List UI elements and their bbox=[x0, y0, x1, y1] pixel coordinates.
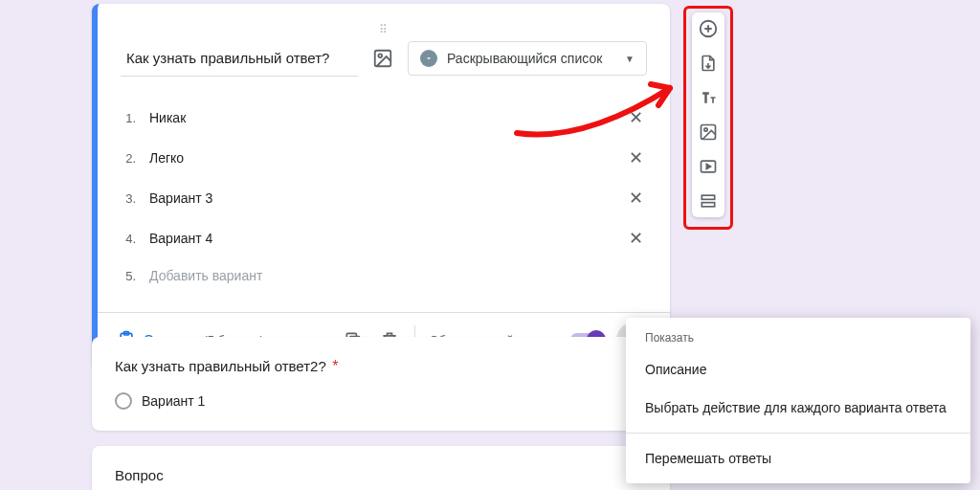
option-text[interactable]: Вариант 3 bbox=[149, 190, 612, 206]
add-image-button[interactable] bbox=[371, 47, 394, 70]
remove-option-button[interactable]: ✕ bbox=[625, 228, 647, 249]
menu-item-go-to-section[interactable]: Выбрать действие для каждого варианта от… bbox=[626, 389, 970, 427]
required-star-icon: * bbox=[332, 358, 338, 374]
remove-option-button[interactable]: ✕ bbox=[625, 107, 647, 128]
remove-option-button[interactable]: ✕ bbox=[625, 188, 647, 209]
add-option-label: Добавить вариант bbox=[149, 268, 647, 283]
add-option-row[interactable]: 5. Добавить вариант bbox=[121, 258, 647, 293]
question-card-active: ⠿ Раскрывающийся список ▼ 1. Никак bbox=[92, 4, 670, 370]
option-text: Вариант 1 bbox=[142, 393, 205, 409]
add-title-button[interactable] bbox=[698, 87, 719, 108]
question-title: Вопрос bbox=[115, 467, 164, 483]
options-list: 1. Никак ✕ 2. Легко ✕ 3. Вариант 3 ✕ 4. … bbox=[121, 98, 647, 293]
option-row[interactable]: 1. Никак ✕ bbox=[121, 98, 647, 138]
option-row[interactable]: 3. Вариант 3 ✕ bbox=[121, 178, 647, 218]
question-card[interactable]: Вопрос bbox=[92, 446, 670, 490]
question-title: Как узнать правильный ответ2? bbox=[115, 358, 326, 374]
chevron-down-icon: ▼ bbox=[625, 54, 635, 64]
svg-point-1 bbox=[378, 54, 382, 57]
add-section-button[interactable] bbox=[698, 190, 719, 212]
more-options-menu: Показать Описание Выбрать действие для к… bbox=[626, 318, 970, 483]
add-image-button[interactable] bbox=[698, 122, 719, 143]
option-text[interactable]: Легко bbox=[149, 150, 612, 166]
import-questions-button[interactable] bbox=[698, 53, 719, 74]
annotation-highlight bbox=[683, 6, 733, 230]
side-toolbar bbox=[692, 12, 724, 217]
svg-rect-10 bbox=[702, 195, 714, 199]
option-row[interactable]: 2. Легко ✕ bbox=[121, 138, 647, 178]
svg-rect-11 bbox=[702, 203, 714, 207]
separator bbox=[626, 433, 970, 434]
question-type-dropdown[interactable]: Раскрывающийся список ▼ bbox=[408, 41, 647, 76]
add-video-button[interactable] bbox=[698, 156, 719, 177]
menu-item-shuffle[interactable]: Перемешать ответы bbox=[626, 439, 970, 478]
question-card[interactable]: Как узнать правильный ответ2? * Вариант … bbox=[92, 337, 670, 431]
question-type-label: Раскрывающийся список bbox=[447, 51, 615, 66]
radio-icon bbox=[115, 392, 132, 410]
option-row[interactable]: 4. Вариант 4 ✕ bbox=[121, 218, 647, 258]
menu-item-description[interactable]: Описание bbox=[626, 350, 970, 389]
add-question-button[interactable] bbox=[698, 18, 719, 39]
option-row[interactable]: Вариант 1 bbox=[115, 392, 647, 410]
drag-handle-icon[interactable]: ⠿ bbox=[121, 23, 647, 38]
dropdown-list-icon bbox=[420, 50, 437, 67]
menu-header: Показать bbox=[626, 327, 970, 350]
option-text[interactable]: Никак bbox=[149, 110, 612, 125]
option-text[interactable]: Вариант 4 bbox=[149, 231, 612, 246]
question-title-input[interactable] bbox=[121, 40, 358, 77]
remove-option-button[interactable]: ✕ bbox=[625, 147, 647, 168]
svg-point-8 bbox=[704, 128, 707, 131]
